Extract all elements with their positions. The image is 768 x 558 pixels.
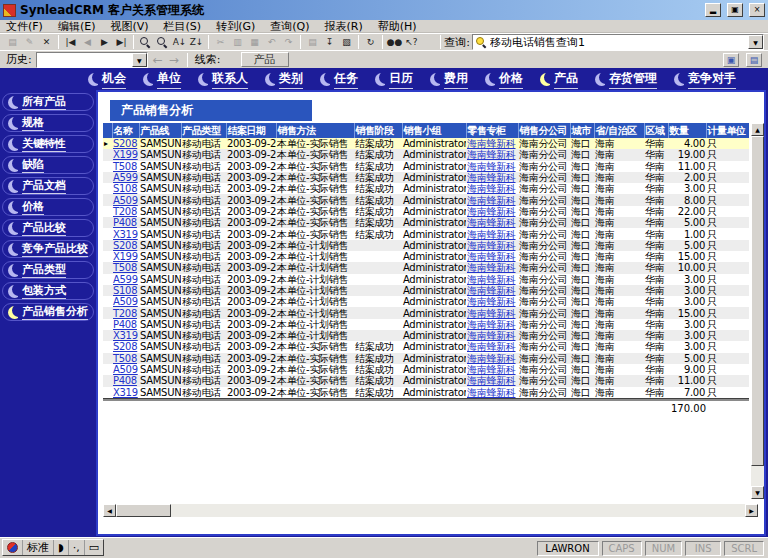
cell-link[interactable]: X199: [112, 251, 139, 262]
cell-link[interactable]: S208: [112, 240, 139, 251]
cell-link[interactable]: A599: [112, 274, 139, 285]
menu-item[interactable]: 文件(F): [6, 19, 43, 34]
copy-icon[interactable]: ▥: [229, 35, 246, 50]
cell-link[interactable]: 海南蜂新科: [466, 262, 518, 273]
menu-item[interactable]: 编辑(E): [58, 19, 96, 34]
table-row[interactable]: S108SAMSUNG移动电话2003-09-23本单位-实际销售结案成功Adm…: [103, 183, 749, 194]
undo-icon[interactable]: ↶: [263, 35, 280, 50]
tab-item[interactable]: 机会: [88, 70, 126, 89]
redo-icon[interactable]: ↷: [280, 35, 297, 50]
menu-item[interactable]: 转到(G): [216, 19, 255, 34]
tab-item[interactable]: 日历: [375, 70, 413, 89]
find-icon[interactable]: ●●: [386, 35, 403, 50]
column-header[interactable]: 结案日期: [226, 123, 276, 138]
sidebar-item[interactable]: 产品类型: [2, 261, 94, 279]
search-icon[interactable]: [137, 35, 154, 50]
cell-link[interactable]: 海南蜂新科: [466, 217, 518, 228]
cell-link[interactable]: S108: [112, 285, 139, 296]
cell-link[interactable]: 海南蜂新科: [466, 285, 518, 296]
print-preview-icon[interactable]: ▧: [338, 35, 355, 50]
tab-item[interactable]: 价格: [485, 70, 523, 89]
column-header[interactable]: 名称: [112, 123, 139, 138]
sort-ascending-icon[interactable]: A↓: [171, 35, 188, 50]
export-icon[interactable]: ↧: [321, 35, 338, 50]
scroll-right-icon[interactable]: ▶: [745, 504, 758, 517]
cell-link[interactable]: P408: [112, 375, 139, 386]
menu-item[interactable]: 视图(V): [110, 19, 148, 34]
column-header[interactable]: 销售方法: [276, 123, 354, 138]
cell-link[interactable]: T508: [112, 353, 139, 364]
table-row[interactable]: A509SAMSUNG移动电话2003-09-23本单位-计划销售Adminis…: [103, 296, 749, 307]
cell-link[interactable]: X319: [112, 228, 139, 239]
paste-icon[interactable]: ▦: [246, 35, 263, 50]
tab-item[interactable]: 任务: [320, 70, 358, 89]
sidebar-item[interactable]: 所有产品: [2, 93, 94, 111]
cell-link[interactable]: 海南蜂新科: [466, 138, 518, 149]
cut-icon[interactable]: ✂: [212, 35, 229, 50]
close-button[interactable]: ×: [749, 3, 765, 17]
table-row[interactable]: S208SAMSUNG移动电话2003-09-23本单位-计划销售Adminis…: [103, 240, 749, 251]
table-row[interactable]: X319SAMSUNG移动电话2003-09-23本单位-实际销售结案成功Adm…: [103, 228, 749, 239]
table-row[interactable]: X199SAMSUNG移动电话2003-09-23本单位-实际销售结案成功Adm…: [103, 149, 749, 160]
cell-link[interactable]: A509: [112, 194, 139, 205]
table-row[interactable]: P408SAMSUNG移动电话2003-09-24本单位-实际销售结案成功Adm…: [103, 375, 749, 386]
first-record-icon[interactable]: |◀: [62, 35, 79, 50]
restore-button[interactable]: ▣: [727, 3, 743, 17]
context-help-icon[interactable]: ↖?: [403, 35, 420, 50]
cell-link[interactable]: 海南蜂新科: [466, 172, 518, 183]
table-row[interactable]: T208SAMSUNG移动电话2003-09-23本单位-计划销售Adminis…: [103, 307, 749, 318]
cell-link[interactable]: A509: [112, 364, 139, 375]
column-header[interactable]: 产品线: [139, 123, 181, 138]
cell-link[interactable]: A599: [112, 172, 139, 183]
horizontal-scrollbar[interactable]: ◀ ▶: [103, 504, 758, 517]
ime-fullwidth-icon[interactable]: ◗: [54, 540, 69, 555]
cell-link[interactable]: T208: [112, 307, 139, 318]
cell-link[interactable]: 海南蜂新科: [466, 228, 518, 239]
cell-link[interactable]: 海南蜂新科: [466, 296, 518, 307]
cell-link[interactable]: 海南蜂新科: [466, 375, 518, 386]
table-row[interactable]: A509SAMSUNG移动电话2003-09-23本单位-实际销售结案成功Adm…: [103, 194, 749, 205]
column-header[interactable]: 零售专柜: [466, 123, 518, 138]
table-row[interactable]: T508SAMSUNG移动电话2003-09-23本单位-计划销售Adminis…: [103, 262, 749, 273]
cell-link[interactable]: 海南蜂新科: [466, 307, 518, 318]
menu-item[interactable]: 查询(Q): [270, 19, 309, 34]
edit-icon[interactable]: ✎: [21, 35, 38, 50]
column-header[interactable]: 销售阶段: [354, 123, 402, 138]
scroll-down-icon[interactable]: ▼: [751, 486, 764, 499]
cell-link[interactable]: P408: [112, 217, 139, 228]
cell-link[interactable]: 海南蜂新科: [466, 319, 518, 330]
sort-descending-icon[interactable]: Z↓: [188, 35, 205, 50]
ime-language-icon[interactable]: [3, 540, 23, 555]
cell-link[interactable]: X319: [112, 330, 139, 341]
cell-link[interactable]: T508: [112, 262, 139, 273]
column-header[interactable]: 城市: [570, 123, 594, 138]
forward-icon[interactable]: →: [169, 53, 179, 67]
cell-link[interactable]: 海南蜂新科: [466, 387, 518, 398]
scroll-left-icon[interactable]: ◀: [103, 504, 116, 517]
cell-link[interactable]: S208: [112, 341, 139, 352]
sidebar-item[interactable]: 缺陷: [2, 156, 94, 174]
scroll-up-icon[interactable]: ▲: [751, 123, 764, 136]
table-row[interactable]: X199SAMSUNG移动电话2003-09-23本单位-计划销售Adminis…: [103, 251, 749, 262]
table-row[interactable]: S108SAMSUNG移动电话2003-09-23本单位-计划销售Adminis…: [103, 285, 749, 296]
minimize-button[interactable]: ▂: [705, 3, 721, 17]
cell-link[interactable]: 海南蜂新科: [466, 161, 518, 172]
column-header[interactable]: [103, 123, 112, 138]
table-row[interactable]: T508SAMSUNG移动电话2003-09-23本单位-实际销售结案成功Adm…: [103, 161, 749, 172]
cell-link[interactable]: A509: [112, 296, 139, 307]
column-header[interactable]: 数量: [668, 123, 706, 138]
sidebar-item-active[interactable]: 产品销售分析: [2, 303, 94, 321]
column-header[interactable]: 区域: [644, 123, 668, 138]
sidebar-item[interactable]: 包装方式: [2, 282, 94, 300]
view-tile-icon[interactable]: ▤: [746, 53, 762, 67]
horizontal-scrollbar-thumb[interactable]: [116, 504, 171, 517]
last-record-icon[interactable]: ▶|: [113, 35, 130, 50]
menu-item[interactable]: 报表(R): [325, 19, 363, 34]
back-icon[interactable]: ←: [153, 53, 163, 67]
tab-item-active[interactable]: 产品: [540, 70, 578, 89]
history-dropdown-arrow-icon[interactable]: ▼: [132, 53, 147, 67]
cell-link[interactable]: S108: [112, 183, 139, 194]
next-record-icon[interactable]: ▶: [96, 35, 113, 50]
table-row[interactable]: A599SAMSUNG移动电话2003-09-23本单位-实际销售结案成功Adm…: [103, 172, 749, 183]
sidebar-item[interactable]: 产品比较: [2, 219, 94, 237]
